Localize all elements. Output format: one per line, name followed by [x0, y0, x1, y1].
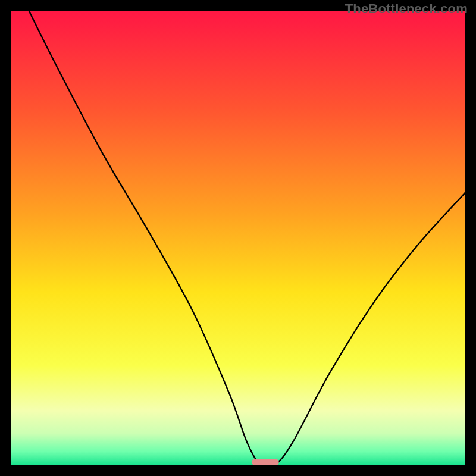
bottleneck-chart: [11, 11, 465, 465]
chart-frame: [11, 11, 465, 465]
watermark-text: TheBottleneck.com: [345, 1, 468, 17]
optimal-marker: [252, 459, 279, 465]
gradient-background: [11, 11, 465, 465]
